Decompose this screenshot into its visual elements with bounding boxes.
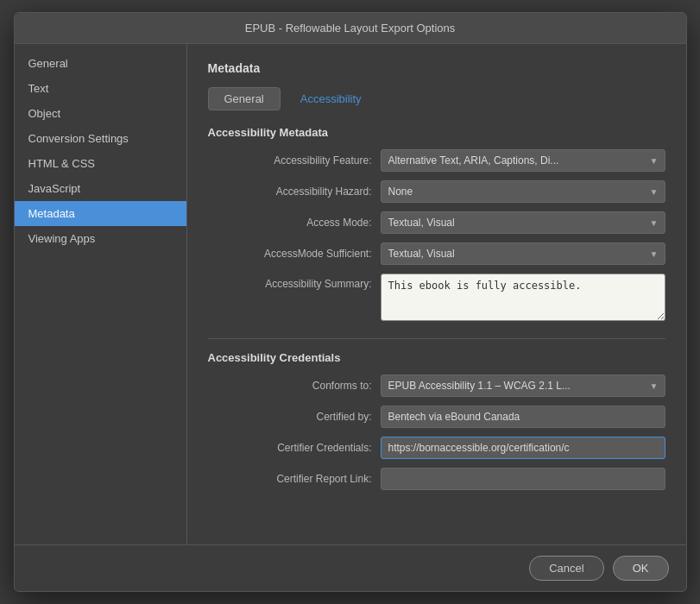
certifier-report-label: Certifier Report Link: bbox=[208, 473, 381, 485]
sidebar-item-html-css[interactable]: HTML & CSS bbox=[15, 151, 186, 176]
access-mode-control: Textual, Visual ▼ bbox=[381, 211, 665, 234]
access-mode-sufficient-control: Textual, Visual ▼ bbox=[381, 242, 665, 265]
access-mode-select-wrapper: Textual, Visual ▼ bbox=[381, 211, 665, 234]
feature-select[interactable]: Alternative Text, ARIA, Captions, Di... bbox=[381, 149, 665, 172]
sidebar-item-conversion-settings[interactable]: Conversion Settings bbox=[15, 126, 186, 151]
accessibility-metadata-title: Accessibility Metadata bbox=[208, 126, 665, 139]
tab-accessibility[interactable]: Accessibility bbox=[284, 87, 378, 110]
access-mode-sufficient-select-wrapper: Textual, Visual ▼ bbox=[381, 242, 665, 265]
conforms-control: EPUB Accessibility 1.1 – WCAG 2.1 L... ▼ bbox=[381, 374, 665, 397]
access-mode-label: Access Mode: bbox=[208, 217, 381, 229]
dialog: EPUB - Reflowable Layout Export Options … bbox=[14, 12, 687, 592]
main-content: Metadata General Accessibility Accessibi… bbox=[187, 44, 686, 544]
feature-label: Accessibility Feature: bbox=[208, 154, 381, 167]
ok-button[interactable]: OK bbox=[613, 556, 669, 581]
access-mode-sufficient-label: AccessMode Sufficient: bbox=[208, 248, 381, 260]
certified-by-control bbox=[381, 406, 665, 428]
sidebar-item-object[interactable]: Object bbox=[15, 101, 186, 126]
hazard-select[interactable]: None bbox=[381, 180, 665, 203]
sidebar-item-viewing-apps[interactable]: Viewing Apps bbox=[15, 226, 186, 251]
conforms-select-wrapper: EPUB Accessibility 1.1 – WCAG 2.1 L... ▼ bbox=[381, 374, 665, 397]
summary-control bbox=[381, 274, 665, 324]
hazard-select-wrapper: None ▼ bbox=[381, 180, 665, 203]
certified-by-label: Certified by: bbox=[208, 411, 381, 423]
feature-select-wrapper: Alternative Text, ARIA, Captions, Di... … bbox=[381, 149, 665, 172]
certifier-credentials-control bbox=[381, 437, 665, 459]
tabs: General Accessibility bbox=[208, 87, 665, 110]
certifier-report-row: Certifier Report Link: bbox=[208, 468, 665, 490]
sidebar-item-general[interactable]: General bbox=[15, 51, 186, 76]
summary-label: Accessibility Summary: bbox=[208, 274, 381, 290]
certifier-credentials-label: Certifier Credentials: bbox=[208, 442, 381, 454]
sidebar-item-text[interactable]: Text bbox=[15, 76, 186, 101]
dialog-footer: Cancel OK bbox=[15, 544, 686, 591]
feature-control: Alternative Text, ARIA, Captions, Di... … bbox=[381, 149, 665, 172]
cancel-button[interactable]: Cancel bbox=[529, 556, 603, 581]
dialog-title: EPUB - Reflowable Layout Export Options bbox=[245, 22, 456, 35]
tab-general[interactable]: General bbox=[208, 87, 281, 110]
access-mode-sufficient-select[interactable]: Textual, Visual bbox=[381, 242, 665, 265]
access-mode-row: Access Mode: Textual, Visual ▼ bbox=[208, 211, 665, 234]
certifier-credentials-row: Certifier Credentials: bbox=[208, 437, 665, 459]
summary-textarea[interactable] bbox=[381, 274, 665, 321]
sidebar-item-metadata[interactable]: Metadata bbox=[15, 201, 186, 226]
conforms-label: Conforms to: bbox=[208, 380, 381, 392]
certifier-report-control bbox=[381, 468, 665, 490]
section-title: Metadata bbox=[208, 61, 665, 75]
summary-row: Accessibility Summary: bbox=[208, 274, 665, 324]
certified-by-row: Certified by: bbox=[208, 406, 665, 428]
hazard-control: None ▼ bbox=[381, 180, 665, 203]
hazard-row: Accessibility Hazard: None ▼ bbox=[208, 180, 665, 203]
credentials-title: Accessibility Credentials bbox=[208, 351, 665, 364]
conforms-row: Conforms to: EPUB Accessibility 1.1 – WC… bbox=[208, 374, 665, 397]
hazard-label: Accessibility Hazard: bbox=[208, 186, 381, 198]
sidebar-item-javascript[interactable]: JavaScript bbox=[15, 176, 186, 201]
certified-by-input[interactable] bbox=[381, 406, 665, 428]
title-bar: EPUB - Reflowable Layout Export Options bbox=[15, 13, 686, 44]
dialog-body: General Text Object Conversion Settings … bbox=[15, 44, 686, 544]
certifier-credentials-input[interactable] bbox=[381, 437, 665, 459]
certifier-report-input[interactable] bbox=[381, 468, 665, 490]
access-mode-sufficient-row: AccessMode Sufficient: Textual, Visual ▼ bbox=[208, 242, 665, 265]
conforms-select[interactable]: EPUB Accessibility 1.1 – WCAG 2.1 L... bbox=[381, 374, 665, 397]
access-mode-select[interactable]: Textual, Visual bbox=[381, 211, 665, 234]
credentials-divider bbox=[208, 338, 665, 339]
credentials-section: Accessibility Credentials Conforms to: E… bbox=[208, 338, 665, 490]
sidebar: General Text Object Conversion Settings … bbox=[15, 44, 187, 544]
feature-row: Accessibility Feature: Alternative Text,… bbox=[208, 149, 665, 172]
